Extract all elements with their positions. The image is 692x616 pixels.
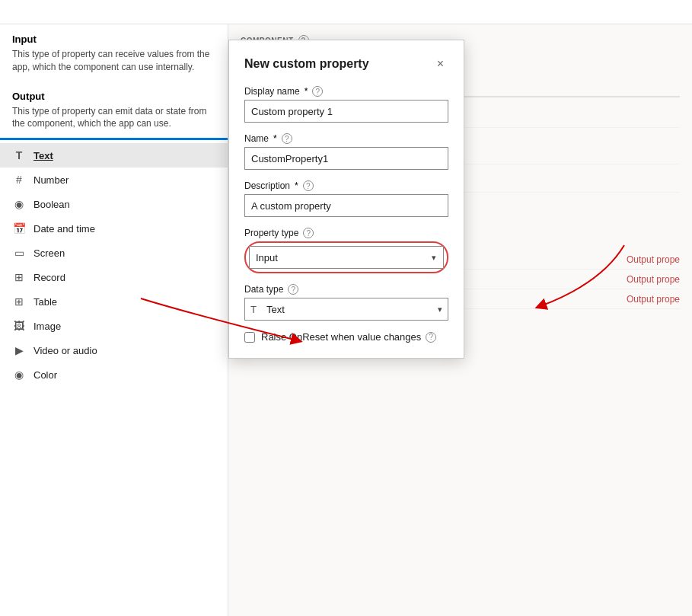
modal-description-label: Description * ? [244,180,448,191]
dtype-item-video-audio[interactable]: ▶ Video or audio [0,338,228,362]
modal-close-button[interactable]: × [432,56,448,72]
description-group: Description * ? [244,180,448,217]
dtype-icon-table: ⊞ [12,295,26,308]
data-type-help-icon[interactable]: ? [288,284,298,295]
display-name-label: Display name * ? [244,86,448,97]
dtype-icon-record: ⊞ [12,270,26,284]
display-name-group: Display name * ? [244,86,448,123]
dtype-label-video-audio: Video or audio [33,345,97,356]
custom-prop-type: Output prope [627,274,680,285]
dtype-icon-screen: ▭ [12,246,26,260]
input-section-desc: This type of property can receive values… [0,48,228,81]
property-type-select[interactable]: InputOutput [249,246,444,269]
property-type-help-icon[interactable]: ? [303,228,314,238]
dtype-label-screen: Screen [33,247,65,259]
checkbox-label: Raise OnReset when value changes ? [261,331,436,343]
dtype-icon-image: 🖼 [12,319,26,333]
name-group: Name * ? [244,133,448,170]
dtype-item-table[interactable]: ⊞ Table [0,289,228,314]
dtype-item-number[interactable]: # Number [0,168,228,192]
name-label: Name * ? [244,133,448,144]
dtype-item-text[interactable]: T Text [0,143,228,168]
dtype-item-date-time[interactable]: 📅 Date and time [0,216,228,241]
dtype-label-boolean: Boolean [33,199,70,210]
output-section-desc: This type of property can emit data or s… [0,105,228,139]
dtype-label-record: Record [33,272,65,283]
checkbox-help-icon[interactable]: ? [426,332,436,343]
dtype-item-screen[interactable]: ▭ Screen [0,241,228,265]
name-help-icon[interactable]: ? [282,133,292,144]
dtype-label-date-time: Date and time [33,223,95,235]
modal-title: New custom property [244,57,369,71]
data-type-select[interactable]: TextNumberBooleanDate and timeScreenReco… [244,298,448,321]
custom-prop-type: Output prope [627,294,680,305]
dtype-icon-color: ◉ [12,368,26,381]
dtype-icon-boolean: ◉ [12,197,26,211]
data-type-group: Data type ? T TextNumberBooleanDate and … [244,284,448,321]
data-type-label: Data type ? [244,284,448,295]
property-type-select-container: InputOutput ▾ [244,241,448,273]
dtype-item-color[interactable]: ◉ Color [0,362,228,387]
display-name-help-icon[interactable]: ? [312,86,323,97]
name-input[interactable] [244,147,448,170]
dtype-icon-video-audio: ▶ [12,343,26,357]
custom-prop-type: Output prope [627,254,680,265]
dtype-icon-text: T [12,148,26,162]
dtype-item-record[interactable]: ⊞ Record [0,265,228,289]
modal-header: New custom property × [244,56,448,72]
dtype-list: T Text # Number ◉ Boolean 📅 Date and tim… [0,143,228,387]
modal-dialog: New custom property × Display name * ? N… [228,40,464,359]
raise-onreset-checkbox[interactable] [244,332,255,343]
property-type-label: Property type ? [244,228,448,238]
top-bar [0,0,692,24]
display-name-input[interactable] [244,100,448,123]
dtype-item-boolean[interactable]: ◉ Boolean [0,192,228,216]
dtype-label-number: Number [33,174,69,186]
dtype-item-image[interactable]: 🖼 Image [0,314,228,338]
property-type-group: Property type ? InputOutput ▾ [244,228,448,273]
dtype-label-text: Text [33,150,53,161]
dtype-label-image: Image [33,321,61,332]
left-panel: Input This type of property can receive … [0,24,228,616]
dtype-icon-number: # [12,173,26,187]
list-divider [0,138,228,140]
description-input[interactable] [244,194,448,217]
input-section-header: Input [0,24,228,48]
checkbox-group: Raise OnReset when value changes ? [244,331,448,343]
dtype-label-table: Table [33,296,57,308]
dtype-icon-date-time: 📅 [12,222,26,235]
dtype-label-color: Color [33,369,57,381]
description-help-icon[interactable]: ? [303,180,314,191]
data-type-select-container: T TextNumberBooleanDate and timeScreenRe… [244,298,448,321]
output-section-header: Output [0,81,228,105]
